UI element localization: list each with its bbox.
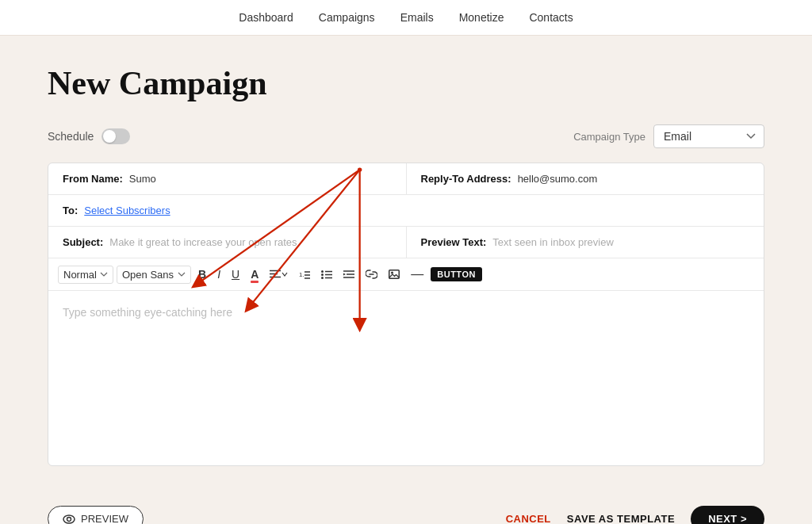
indent-button[interactable] [339, 266, 358, 282]
preview-button[interactable]: PREVIEW [48, 506, 144, 524]
next-button[interactable]: NEXT > [691, 506, 764, 524]
from-name-value[interactable]: Sumo [129, 173, 156, 185]
preview-text-field: Preview Text: Text seen in inbox preview [406, 227, 764, 258]
svg-point-8 [321, 273, 324, 276]
image-button[interactable] [385, 266, 404, 282]
preview-text-placeholder[interactable]: Text seen in inbox preview [492, 236, 613, 248]
italic-button[interactable]: I [213, 265, 224, 284]
preview-text-label: Preview Text: [421, 236, 487, 248]
to-row: To: Select Subscribers [48, 195, 764, 227]
ordered-list-button[interactable]: 1. [295, 266, 314, 282]
schedule-toggle[interactable] [102, 128, 130, 144]
from-name-field: From Name: Sumo [48, 163, 406, 194]
reply-to-field: Reply-To Address: hello@sumo.com [406, 163, 764, 194]
subject-placeholder[interactable]: Make it great to increase your open rate… [109, 236, 297, 248]
schedule-label: Schedule [48, 130, 94, 143]
nav-campaigns[interactable]: Campaigns [319, 11, 375, 24]
format-select[interactable]: Normal H1H2H3 [58, 266, 113, 284]
from-name-row: From Name: Sumo Reply-To Address: hello@… [48, 163, 764, 195]
subject-row: Subject: Make it great to increase your … [48, 227, 764, 258]
color-button[interactable]: A [247, 265, 262, 284]
align-button[interactable] [266, 266, 292, 282]
reply-to-value[interactable]: hello@sumo.com [518, 173, 598, 185]
campaign-type-select[interactable]: Email SMS Push [653, 124, 764, 148]
underline-button[interactable]: U [228, 265, 243, 284]
campaign-type-label: Campaign Type [573, 131, 645, 143]
right-actions: CANCEL SAVE AS TEMPLATE NEXT > [506, 506, 764, 524]
unordered-list-button[interactable] [317, 266, 336, 282]
reply-to-label: Reply-To Address: [421, 173, 511, 185]
to-field: To: Select Subscribers [48, 195, 764, 226]
bottom-bar: PREVIEW CANCEL SAVE AS TEMPLATE NEXT > [0, 491, 812, 524]
subject-label: Subject: [63, 236, 103, 248]
svg-point-7 [321, 270, 324, 273]
editor-placeholder: Type something eye-catching here [63, 306, 232, 319]
svg-point-23 [63, 515, 75, 523]
save-template-button[interactable]: SAVE AS TEMPLATE [567, 513, 675, 524]
svg-text:1.: 1. [299, 271, 304, 278]
page-title: New Campaign [48, 64, 764, 102]
nav-monetize[interactable]: Monetize [459, 11, 504, 24]
hr-button[interactable]: — [407, 265, 427, 284]
eye-icon [63, 514, 75, 524]
nav-emails[interactable]: Emails [400, 11, 434, 24]
button-insert-button[interactable]: BUTTON [431, 267, 482, 281]
nav-contacts[interactable]: Contacts [529, 11, 573, 24]
campaign-form-card: From Name: Sumo Reply-To Address: hello@… [48, 163, 764, 466]
editor-area[interactable]: Type something eye-catching here [48, 291, 764, 465]
to-value[interactable]: Select Subscribers [84, 205, 170, 216]
svg-point-9 [321, 277, 324, 279]
font-select[interactable]: Open Sans ArialGeorgia [117, 266, 191, 284]
top-navigation: Dashboard Campaigns Emails Monetize Cont… [0, 0, 812, 36]
from-name-label: From Name: [63, 173, 123, 185]
cancel-button[interactable]: CANCEL [506, 513, 551, 524]
svg-rect-17 [389, 270, 400, 279]
svg-point-18 [391, 272, 393, 274]
svg-point-24 [67, 517, 71, 521]
subject-field: Subject: Make it great to increase your … [48, 227, 406, 258]
nav-dashboard[interactable]: Dashboard [239, 11, 293, 24]
bold-button[interactable]: B [194, 265, 210, 284]
link-button[interactable] [362, 266, 381, 282]
editor-toolbar: Normal H1H2H3 Open Sans ArialGeorgia B I… [48, 258, 764, 291]
to-label: To: [63, 205, 78, 216]
